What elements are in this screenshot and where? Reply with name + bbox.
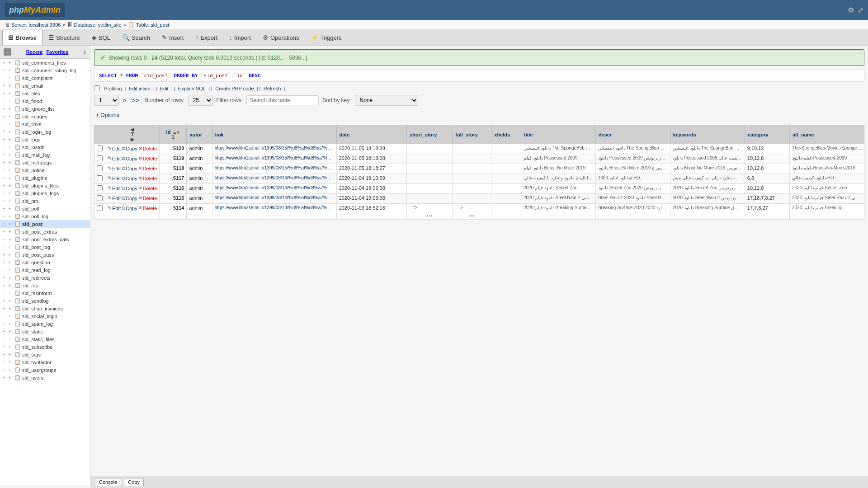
th-id[interactable]: id ▲▼ 1 [160, 125, 187, 144]
filter-input[interactable] [246, 95, 319, 105]
console-copy-button[interactable]: Copy [124, 478, 144, 485]
copy-action[interactable]: ⧉ Copy [122, 175, 137, 181]
sidebar-item-sld_plugins_files[interactable]: + + 📋 sld_plugins_files [0, 182, 90, 189]
explain-sql-link[interactable]: Explain SQL [178, 86, 206, 91]
edit-action[interactable]: ✎ Edit [108, 175, 121, 181]
delete-action[interactable]: ✕ Delete [138, 185, 157, 191]
sidebar-item-sld_notice[interactable]: + + 📋 sld_notice [0, 166, 90, 174]
sidebar-item-sld_mail_log[interactable]: + + 📋 sld_mail_log [0, 151, 90, 159]
delete-action[interactable]: ✕ Delete [138, 145, 157, 151]
create-php-link[interactable]: Create PHP code [215, 86, 254, 91]
copy-action[interactable]: ⧉ Copy [122, 195, 137, 201]
sidebar-item-sld_static_files[interactable]: + + 📋 sld_static_files [0, 335, 90, 343]
row-checkbox[interactable] [97, 195, 103, 201]
breadcrumb-server[interactable]: Server: localhost:3306 [11, 22, 61, 28]
th-autor[interactable]: autor [187, 125, 212, 144]
edit-action[interactable]: ✎ Edit [108, 165, 121, 171]
delete-action[interactable]: ✕ Delete [138, 155, 157, 161]
copy-action[interactable]: ⧉ Copy [122, 205, 137, 211]
sort-select[interactable]: None [355, 95, 418, 106]
copy-action[interactable]: ⧉ Copy [122, 145, 137, 151]
breadcrumb-table[interactable]: Table: sld_post [136, 22, 169, 28]
breadcrumb-database[interactable]: Database: yetilm_site [74, 22, 122, 28]
nav-tab-operations[interactable]: ⚙Operations [257, 30, 305, 45]
copy-action[interactable]: ⧉ Copy [122, 155, 137, 161]
refresh-link[interactable]: Refresh [264, 86, 281, 91]
th-alt-name[interactable]: alt_name [789, 125, 864, 144]
nav-tab-insert[interactable]: ✎Insert [156, 30, 190, 45]
delete-action[interactable]: ✕ Delete [138, 205, 157, 211]
sidebar-item-sld_spam_log[interactable]: + + 📋 sld_spam_log [0, 320, 90, 328]
th-descr[interactable]: descr [595, 125, 670, 144]
sidebar-item-sld_usergroups[interactable]: + + 📋 sld_usergroups [0, 366, 90, 374]
sidebar-minus-btn[interactable]: − [4, 48, 11, 56]
sidebar-item-sld_plugins_logs[interactable]: + + 📋 sld_plugins_logs [0, 189, 90, 197]
edit-inline-link[interactable]: Edit inline [129, 86, 151, 91]
sidebar-item-sld_lostdb[interactable]: + + 📋 sld_lostdb [0, 143, 90, 151]
sidebar-item-sld_static[interactable]: + + 📋 sld_static [0, 328, 90, 335]
maximize-icon[interactable]: ⤢ [858, 6, 863, 14]
sidebar-item-sld_metatags[interactable]: + + 📋 sld_metatags [0, 159, 90, 166]
sidebar-favorites-link[interactable]: Favorites [46, 49, 68, 55]
sidebar-item-sld_shop_invoices[interactable]: + + 📋 sld_shop_invoices [0, 305, 90, 312]
copy-action[interactable]: ⧉ Copy [122, 185, 137, 191]
options-btn[interactable]: + Options [94, 111, 121, 119]
sidebar-item-sld_post_extras[interactable]: + + 📋 sld_post_extras [0, 228, 90, 235]
th-title[interactable]: title [521, 125, 595, 144]
th-keywords[interactable]: keywords [670, 125, 745, 144]
nav-tab-structure[interactable]: ☰Structure [42, 30, 86, 45]
edit-action[interactable]: ✎ Edit [108, 185, 121, 191]
nav-forward-btn[interactable]: > [121, 96, 128, 105]
nav-tab-search[interactable]: 🔍Search [116, 30, 156, 45]
nav-tab-triggers[interactable]: ⚡Triggers [305, 30, 347, 45]
profiling-checkbox[interactable] [94, 85, 100, 91]
sidebar-item-sld_read_log[interactable]: + + 📋 sld_read_log [0, 266, 90, 274]
th-xfields[interactable]: xfields [491, 125, 521, 144]
nav-tab-export[interactable]: ↑Export [189, 30, 223, 45]
edit-action[interactable]: ✎ Edit [108, 205, 121, 211]
row-checkbox[interactable] [97, 175, 103, 181]
edit-action[interactable]: ✎ Edit [108, 145, 121, 151]
nav-end-btn[interactable]: >> [130, 96, 141, 105]
sidebar-item-sld_pm[interactable]: + + 📋 sld_pm [0, 197, 90, 205]
edit-action[interactable]: ✎ Edit [108, 155, 121, 161]
row-checkbox[interactable] [97, 185, 103, 191]
sidebar-item-sld_plugins[interactable]: + + 📋 sld_plugins [0, 174, 90, 182]
sidebar-item-sld_sendlog[interactable]: + + 📋 sld_sendlog [0, 297, 90, 305]
rows-per-page-select[interactable]: 25 50 100 [188, 95, 213, 106]
delete-action[interactable]: ✕ Delete [138, 165, 157, 171]
sidebar-item-sld_twofactor[interactable]: + + 📋 sld_twofactor [0, 358, 90, 366]
sidebar-item-sld_flood[interactable]: + + 📋 sld_flood [0, 97, 90, 105]
nav-tab-import[interactable]: ↓Import [223, 30, 257, 45]
sidebar-item-sld_complaint[interactable]: + + 📋 sld_complaint [0, 74, 90, 82]
sidebar-item-sld_redirects[interactable]: + + 📋 sld_redirects [0, 274, 90, 282]
nav-tab-sql[interactable]: ◈SQL [86, 30, 116, 45]
th-link[interactable]: link [212, 125, 336, 144]
sidebar-item-sld_email[interactable]: + + 📋 sld_email [0, 82, 90, 89]
sidebar-item-sld_rss[interactable]: + + 📋 sld_rss [0, 282, 90, 289]
th-short-story[interactable]: short_story [407, 125, 453, 144]
delete-action[interactable]: ✕ Delete [138, 175, 157, 181]
row-checkbox[interactable] [97, 165, 103, 171]
sidebar-item-sld_post_pass[interactable]: + + 📋 sld_post_pass [0, 251, 90, 258]
sidebar-item-sld_links[interactable]: + + 📋 sld_links [0, 120, 90, 128]
edit-action[interactable]: ✎ Edit [108, 195, 121, 201]
row-checkbox[interactable] [97, 205, 103, 211]
app-logo[interactable]: phpMyAdmin [5, 3, 65, 17]
row-checkbox[interactable] [97, 155, 103, 161]
sidebar-item-sld_comments_files[interactable]: + + 📋 sld_comments_files [0, 59, 90, 66]
sidebar-item-sld_post[interactable]: + + 📋 sld_post [0, 220, 90, 228]
sidebar-item-sld_social_login[interactable]: + + 📋 sld_social_login [0, 312, 90, 320]
page-select[interactable]: 1 [94, 95, 119, 106]
delete-action[interactable]: ✕ Delete [138, 195, 157, 201]
th-full-story[interactable]: full_story [453, 125, 491, 144]
sidebar-item-sld_subscribe[interactable]: + + 📋 sld_subscribe [0, 343, 90, 351]
sidebar-item-sld_ignore_list[interactable]: + + 📋 sld_ignore_list [0, 105, 90, 113]
sort-id-link[interactable]: id [166, 129, 171, 135]
sidebar-item-sld_tags[interactable]: + + 📋 sld_tags [0, 351, 90, 358]
sidebar-item-sld_login_log[interactable]: + + 📋 sld_login_log [0, 128, 90, 136]
sidebar-item-sld_poll_log[interactable]: + + 📋 sld_poll_log [0, 212, 90, 220]
sidebar-item-sld_post_extras_cats[interactable]: + + 📋 sld_post_extras_cats [0, 235, 90, 243]
sidebar-item-sld_rssinform[interactable]: + + 📋 sld_rssinform [0, 289, 90, 297]
sidebar-item-sld_files[interactable]: + + 📋 sld_files [0, 89, 90, 97]
